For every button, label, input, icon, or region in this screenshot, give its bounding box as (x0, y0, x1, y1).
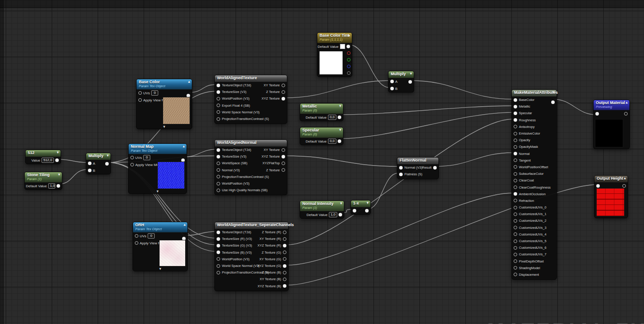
node-header[interactable]: Multiply ▾ (389, 71, 414, 78)
chevron-down-icon[interactable]: ▾ (133, 266, 187, 271)
wire[interactable] (339, 106, 513, 115)
uvs-input[interactable]: 0 (151, 90, 158, 96)
customizeduvs-4-input-pin[interactable] (514, 232, 517, 236)
chevron-down-icon[interactable]: ▾ (410, 71, 412, 76)
node-512[interactable]: 512 ▾ Value 512,0 (25, 150, 61, 164)
texturesize-v3-input-pin[interactable] (217, 90, 220, 94)
node-world-aligned-texture[interactable]: WorldAlignedTexture TextureObject (T2d)T… (214, 75, 287, 124)
node-header[interactable]: Base Color Tint ▴ Param (1,1,1,1) (317, 33, 352, 43)
value-input[interactable]: 0,0 (328, 139, 336, 144)
anisotropy-input-pin[interactable] (514, 125, 517, 128)
customizeduvs-3-input-pin[interactable] (514, 226, 517, 229)
b-input-pin[interactable] (88, 169, 91, 172)
result-output-pin[interactable] (433, 166, 437, 170)
node-make-material-attributes[interactable]: MakeMaterialAttributes ▾ BaseColorMetall… (511, 89, 557, 280)
worldpositionoffset-input-pin[interactable] (514, 165, 517, 169)
wire[interactable] (553, 99, 596, 115)
refraction-input-pin[interactable] (514, 199, 517, 202)
node-output-height[interactable]: Output Height ▴ (594, 175, 628, 218)
displacement-input-pin[interactable] (514, 273, 517, 276)
subsurfacecolor-input-pin[interactable] (514, 172, 517, 176)
chevron-down-icon[interactable]: ▾ (339, 104, 341, 108)
pixeldepthoffset-input-pin[interactable] (514, 259, 517, 263)
z-texture-output-pin[interactable] (282, 90, 285, 94)
uvs-input-pin[interactable] (135, 234, 138, 238)
node-output-material[interactable]: Output Material ▴ Previewing (593, 100, 630, 149)
opacitymask-input-pin[interactable] (514, 145, 517, 149)
chevron-down-icon[interactable]: ▾ (553, 90, 555, 95)
a-input-pin[interactable] (390, 80, 394, 83)
node-watsc[interactable]: WorldAlignedTexture_SeperateChannels Tex… (214, 222, 289, 291)
node-header[interactable]: Base Color ▴ Param Tex Object (137, 79, 192, 89)
node-header[interactable]: FlattenNormal (397, 158, 438, 164)
wire[interactable] (183, 149, 217, 157)
chevron-down-icon[interactable]: ▾ (366, 201, 369, 205)
node-one-minus-x[interactable]: 1-x ▾ (351, 200, 371, 215)
z-texture-g-output-pin[interactable] (283, 251, 286, 254)
input-pin[interactable] (595, 112, 599, 116)
node-base-color-tint[interactable]: Base Color Tint ▴ Param (1,1,1,1) Defaul… (317, 32, 352, 77)
uvs-input[interactable]: 0 (143, 155, 150, 160)
projectiontransitioncontrast-s-input-pin[interactable] (217, 271, 220, 274)
texturesize-b-v3-input-pin[interactable] (217, 251, 220, 254)
wire[interactable] (58, 159, 88, 162)
output-pin[interactable] (105, 162, 109, 166)
b-input-pin[interactable] (390, 87, 394, 90)
normal-v3-input-pin[interactable] (399, 166, 403, 170)
node-base-color[interactable]: Base Color ▴ Param Tex Object UVs0Apply … (136, 79, 192, 129)
roughness-input-pin[interactable] (514, 118, 517, 122)
world-space-normal-v3-input-pin[interactable] (217, 264, 220, 268)
texturesize-g-v3-input-pin[interactable] (217, 244, 220, 247)
g-channel-pin[interactable] (347, 58, 351, 62)
chevron-down-icon[interactable]: ▾ (137, 124, 192, 129)
chevron-down-icon[interactable]: ▾ (107, 153, 109, 158)
xyzflattop-output-pin[interactable] (282, 162, 285, 165)
clearcoatroughness-input-pin[interactable] (514, 185, 517, 189)
wire[interactable] (411, 81, 513, 99)
node-header[interactable]: Output Height ▴ (594, 176, 628, 182)
node-header[interactable]: Output Material ▴ Previewing (594, 100, 629, 110)
node-header[interactable]: ORH ▴ Param Tex Object (133, 222, 187, 232)
node-header[interactable]: 1-x ▾ (351, 201, 370, 207)
xyz-texture-g-output-pin[interactable] (283, 264, 286, 268)
wire[interactable] (58, 170, 88, 184)
shadingmodel-input-pin[interactable] (514, 266, 517, 270)
emissivecolor-input-pin[interactable] (514, 132, 517, 135)
xy-texture-g-output-pin[interactable] (283, 257, 286, 261)
customizeduvs-6-input-pin[interactable] (514, 246, 517, 250)
b-channel-pin[interactable] (347, 65, 351, 68)
node-header[interactable]: WorldAlignedTexture (215, 75, 287, 82)
node-normal-map[interactable]: Normal Map ▴ Param Tex Object UVs0Apply … (128, 143, 187, 194)
node-stone-tiling[interactable]: Stone Tiling ▾ Param (1) Default Value 1… (24, 172, 62, 190)
customizeduvs-1-input-pin[interactable] (514, 212, 517, 216)
chevron-down-icon[interactable]: ▾ (340, 201, 342, 206)
xy-texture-output-pin[interactable] (282, 84, 285, 87)
xyz-texture-output-pin[interactable] (282, 155, 285, 158)
output-pin[interactable] (55, 158, 59, 162)
clearcoat-input-pin[interactable] (514, 179, 517, 182)
a-channel-pin[interactable] (347, 71, 351, 75)
chevron-up-icon[interactable]: ▴ (183, 144, 185, 149)
input-pin[interactable] (353, 209, 356, 212)
wire[interactable] (285, 156, 398, 166)
output-pin[interactable] (338, 116, 341, 119)
z-texture-output-pin[interactable] (282, 168, 285, 172)
wire[interactable] (339, 112, 513, 139)
apply-view-mipbias-input-pin[interactable] (138, 98, 142, 102)
uvs-input-pin[interactable] (138, 91, 142, 95)
chevron-down-icon[interactable]: ▾ (129, 189, 187, 193)
color-swatch[interactable] (340, 44, 345, 49)
basecolor-input-pin[interactable] (514, 98, 517, 102)
output-pin[interactable] (338, 139, 341, 143)
textureobject-t2d-input-pin[interactable] (217, 231, 220, 234)
output-pin[interactable] (365, 209, 369, 212)
value-input[interactable]: 1,0 (329, 212, 337, 217)
chevron-up-icon[interactable]: ▴ (183, 222, 186, 227)
wire[interactable] (285, 81, 390, 98)
node-multiply-top[interactable]: Multiply ▾ A B (388, 71, 414, 93)
customizeduvs-2-input-pin[interactable] (514, 219, 517, 223)
chevron-up-icon[interactable]: ▴ (624, 176, 626, 181)
node-graph-canvas[interactable]: MATERIAL FUNCTION Base Color Tint ▴ Para… (0, 0, 644, 324)
uvs-input-pin[interactable] (130, 156, 134, 159)
projectiontransitioncontrast-s-input-pin[interactable] (217, 175, 220, 178)
